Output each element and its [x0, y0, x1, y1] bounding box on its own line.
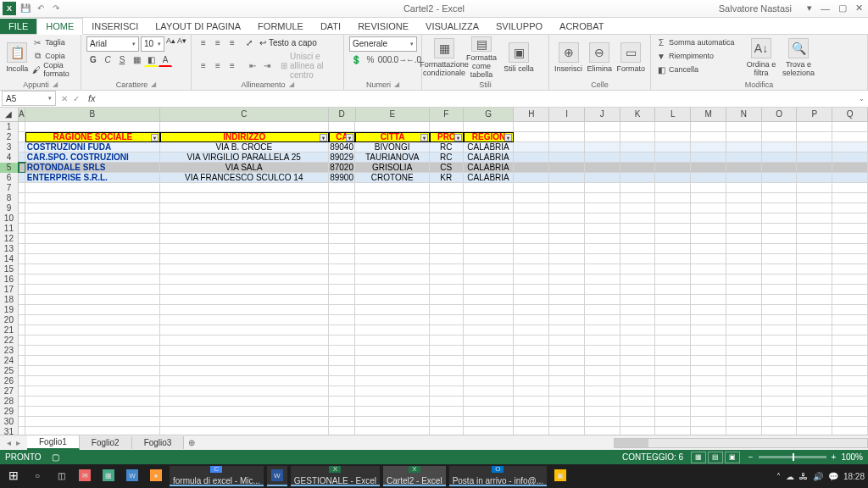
pinned-icon[interactable]: ●	[146, 466, 166, 486]
cell[interactable]	[726, 274, 762, 285]
cell[interactable]	[19, 152, 25, 163]
cell[interactable]	[25, 346, 160, 356]
cell[interactable]	[355, 366, 429, 376]
cell[interactable]	[620, 254, 656, 264]
cell[interactable]: VIA FRANCESCO SCULCO 14	[160, 173, 329, 183]
cell[interactable]	[19, 122, 25, 132]
cell[interactable]	[160, 254, 329, 264]
pinned-icon[interactable]: ▦	[98, 466, 119, 486]
cell[interactable]: 89040	[329, 142, 356, 152]
cell[interactable]	[355, 376, 429, 386]
row-header[interactable]: 16	[0, 274, 19, 285]
decrease-decimal-icon[interactable]: ←.0	[407, 53, 420, 67]
cell[interactable]: PRO▾	[430, 132, 464, 142]
cell[interactable]	[19, 264, 25, 274]
cell[interactable]	[585, 427, 620, 435]
row-header[interactable]: 31	[0, 427, 19, 435]
view-page-layout-icon[interactable]: ▤	[708, 452, 723, 463]
cell[interactable]	[832, 346, 868, 356]
cell[interactable]	[585, 193, 620, 203]
cell[interactable]	[329, 203, 356, 214]
cell[interactable]	[762, 285, 798, 295]
cell[interactable]	[655, 173, 691, 183]
sheet-tab-foglio2[interactable]: Foglio2	[80, 436, 132, 449]
cell[interactable]	[355, 244, 429, 254]
cell[interactable]: VIA VIRGILIO PARALLELA 25	[160, 152, 329, 163]
cell[interactable]	[25, 417, 160, 427]
pinned-icon[interactable]: ▣	[550, 466, 570, 486]
cell[interactable]	[832, 203, 868, 214]
cell[interactable]	[585, 254, 620, 264]
tray-clock[interactable]: 18:28	[843, 472, 865, 481]
cell[interactable]	[514, 224, 549, 234]
cell[interactable]	[655, 214, 691, 224]
cell[interactable]	[514, 214, 549, 224]
cell[interactable]	[329, 407, 356, 417]
cell[interactable]	[160, 285, 329, 295]
fx-icon[interactable]: fx	[83, 93, 101, 103]
cell[interactable]	[514, 122, 549, 132]
autosum-button[interactable]: ΣSomma automatica	[656, 36, 741, 49]
cell[interactable]	[585, 244, 620, 254]
format-cells-button[interactable]: ▭Formato	[616, 36, 645, 79]
add-sheet-button[interactable]: ⊕	[184, 438, 199, 447]
cell[interactable]	[691, 366, 726, 376]
cell[interactable]	[832, 244, 868, 254]
cell[interactable]	[585, 376, 620, 386]
cell[interactable]	[691, 264, 726, 274]
cell[interactable]	[797, 203, 832, 214]
cell[interactable]	[25, 244, 160, 254]
cell[interactable]	[464, 305, 515, 315]
select-all-corner[interactable]: ◢	[0, 108, 19, 121]
sort-filter-button[interactable]: A↓Ordina e filtra	[744, 36, 778, 79]
cell[interactable]	[160, 325, 329, 336]
cell[interactable]	[655, 356, 691, 366]
cell[interactable]	[620, 183, 656, 193]
qat-undo-icon[interactable]: ↶	[35, 3, 47, 14]
cell[interactable]	[329, 274, 356, 285]
tray-volume-icon[interactable]: 🔊	[813, 472, 823, 481]
row-header[interactable]: 2	[0, 132, 19, 142]
cell[interactable]	[655, 366, 691, 376]
cell[interactable]	[464, 214, 515, 224]
tray-notif-icon[interactable]: 💬	[828, 472, 838, 481]
view-normal-icon[interactable]: ▦	[691, 452, 706, 463]
tab-layout[interactable]: LAYOUT DI PAGINA	[147, 19, 249, 34]
zoom-out-icon[interactable]: −	[748, 452, 754, 462]
cell[interactable]	[620, 285, 656, 295]
format-painter-button[interactable]: 🖌Copia formato	[32, 64, 75, 76]
cell[interactable]	[329, 386, 356, 396]
row-header[interactable]: 29	[0, 407, 19, 417]
cell[interactable]	[514, 346, 549, 356]
cell[interactable]	[585, 356, 620, 366]
cell[interactable]	[585, 366, 620, 376]
cell[interactable]	[549, 173, 585, 183]
cell[interactable]	[160, 315, 329, 325]
bold-button[interactable]: G	[86, 53, 100, 67]
align-left-icon[interactable]: ≡	[197, 58, 210, 72]
cell[interactable]	[797, 152, 832, 163]
increase-decimal-icon[interactable]: .0→	[392, 53, 406, 67]
cell[interactable]	[832, 173, 868, 183]
cell[interactable]	[514, 417, 549, 427]
cell[interactable]	[329, 264, 356, 274]
cell[interactable]	[514, 163, 549, 173]
cell[interactable]	[797, 346, 832, 356]
zoom-in-icon[interactable]: +	[832, 452, 837, 462]
cell[interactable]	[329, 214, 356, 224]
cell[interactable]	[19, 163, 25, 173]
cell[interactable]	[762, 254, 798, 264]
cell[interactable]	[160, 417, 329, 427]
cell[interactable]	[514, 295, 549, 305]
cell[interactable]	[832, 163, 868, 173]
cell[interactable]	[19, 224, 25, 234]
cell[interactable]	[25, 325, 160, 336]
number-format-select[interactable]: Generale▾	[349, 36, 417, 52]
cell[interactable]	[19, 356, 25, 366]
cell[interactable]	[355, 427, 429, 435]
filter-icon[interactable]: ▾	[420, 134, 428, 141]
cell[interactable]	[19, 244, 25, 254]
cell[interactable]	[797, 224, 832, 234]
cell[interactable]: KR	[430, 173, 464, 183]
format-as-table-button[interactable]: ▤Formatta come tabella	[465, 36, 498, 79]
